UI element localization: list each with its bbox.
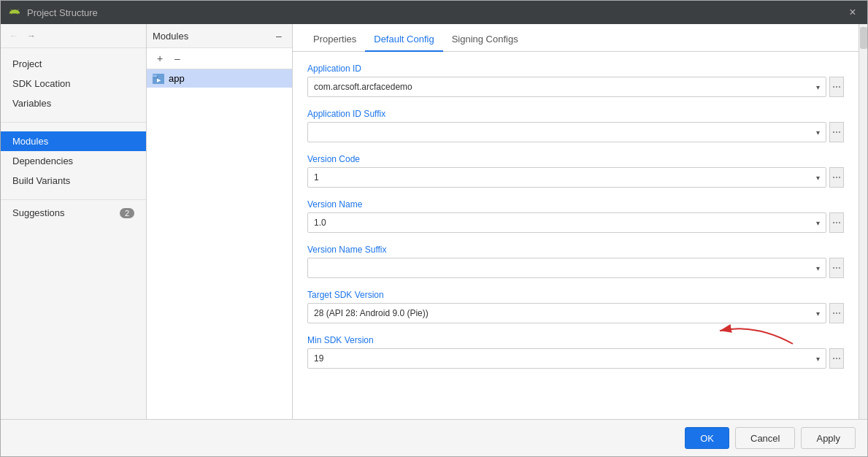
- sidebar-top-items: Project SDK Location Variables: [1, 48, 146, 119]
- project-structure-dialog: Project Structure × ← → Project SDK Loca…: [0, 0, 868, 457]
- sidebar-item-modules[interactable]: Modules: [1, 131, 146, 151]
- modules-toolbar: –: [272, 28, 286, 43]
- select-version-name-suffix[interactable]: ▾: [307, 258, 826, 278]
- select-min-sdk[interactable]: 19 ▾: [307, 348, 826, 369]
- modules-header: Modules –: [147, 24, 292, 48]
- apply-button[interactable]: Apply: [801, 427, 856, 449]
- form-group-version-name: Version Name 1.0 ▾ ⋯: [307, 199, 844, 233]
- dropdown-arrow-min-sdk: ▾: [816, 355, 820, 363]
- row-version-name: 1.0 ▾ ⋯: [307, 212, 844, 233]
- sidebar-item-suggestions[interactable]: Suggestions 2: [1, 203, 146, 223]
- module-list: ▶ app: [147, 69, 292, 419]
- sidebar-item-project[interactable]: Project: [1, 54, 146, 74]
- form-group-version-name-suffix: Version Name Suffix ▾ ⋯: [307, 245, 844, 278]
- label-application-id-suffix: Application ID Suffix: [307, 109, 844, 119]
- module-name: app: [169, 73, 185, 84]
- label-version-name-suffix: Version Name Suffix: [307, 245, 844, 255]
- tabs-bar: Properties Default Config Signing Config…: [293, 24, 859, 52]
- select-application-id-suffix[interactable]: ▾: [307, 122, 826, 142]
- side-btn-version-code[interactable]: ⋯: [829, 167, 844, 188]
- title-bar: Project Structure ×: [1, 1, 867, 24]
- red-arrow-annotation: [713, 316, 800, 345]
- dropdown-arrow-application-id: ▾: [816, 83, 820, 91]
- sidebar: ← → Project SDK Location Variables Modul…: [1, 24, 147, 419]
- cancel-button[interactable]: Cancel: [735, 427, 795, 449]
- label-version-name: Version Name: [307, 199, 844, 210]
- row-version-code: 1 ▾ ⋯: [307, 167, 844, 188]
- side-btn-version-name-suffix[interactable]: ⋯: [829, 258, 844, 278]
- forward-button[interactable]: →: [24, 28, 39, 43]
- android-icon: [8, 6, 21, 19]
- form-group-version-code: Version Code 1 ▾ ⋯: [307, 154, 844, 188]
- dialog-footer: OK Cancel Apply: [1, 419, 867, 456]
- dropdown-arrow-version-code: ▾: [816, 174, 820, 182]
- dropdown-arrow-app-id-suffix: ▾: [816, 128, 820, 137]
- tab-properties[interactable]: Properties: [304, 28, 365, 52]
- module-folder-icon: ▶: [153, 74, 164, 84]
- tab-signing-configs[interactable]: Signing Configs: [443, 28, 527, 52]
- dialog-title: Project Structure: [27, 7, 845, 18]
- row-application-id: com.arcsoft.arcfacedemo ▾ ⋯: [307, 77, 844, 97]
- form-area: Application ID com.arcsoft.arcfacedemo ▾…: [293, 52, 859, 419]
- select-version-name[interactable]: 1.0 ▾: [307, 212, 826, 233]
- module-item-app[interactable]: ▶ app: [147, 69, 292, 88]
- nav-arrows: ← →: [1, 24, 146, 48]
- dropdown-arrow-version-name-suffix: ▾: [816, 264, 820, 272]
- side-btn-target-sdk[interactable]: ⋯: [829, 303, 844, 323]
- suggestions-badge: 2: [120, 208, 134, 218]
- module-add-remove-bar: + –: [147, 48, 292, 69]
- tab-default-config[interactable]: Default Config: [365, 28, 442, 52]
- side-btn-app-id-suffix[interactable]: ⋯: [829, 122, 844, 142]
- form-group-application-id: Application ID com.arcsoft.arcfacedemo ▾…: [307, 64, 844, 97]
- row-version-name-suffix: ▾ ⋯: [307, 258, 844, 278]
- side-btn-application-id[interactable]: ⋯: [829, 77, 844, 97]
- sidebar-item-sdk-location[interactable]: SDK Location: [1, 74, 146, 93]
- sidebar-item-build-variants[interactable]: Build Variants: [1, 171, 146, 191]
- dropdown-arrow-target-sdk: ▾: [816, 310, 820, 318]
- row-min-sdk: 19 ▾ ⋯: [307, 348, 844, 369]
- form-group-target-sdk: Target SDK Version 28 (API 28: Android 9…: [307, 290, 844, 323]
- collapse-button[interactable]: –: [272, 28, 286, 43]
- label-target-sdk: Target SDK Version: [307, 290, 844, 300]
- remove-module-button[interactable]: –: [170, 51, 185, 66]
- label-version-code: Version Code: [307, 154, 844, 164]
- form-group-application-id-suffix: Application ID Suffix ▾ ⋯: [307, 109, 844, 142]
- label-application-id: Application ID: [307, 64, 844, 74]
- main-content: Properties Default Config Signing Config…: [293, 24, 859, 419]
- row-application-id-suffix: ▾ ⋯: [307, 122, 844, 142]
- add-module-button[interactable]: +: [153, 51, 167, 66]
- sidebar-item-variables[interactable]: Variables: [1, 93, 146, 113]
- back-button[interactable]: ←: [7, 28, 21, 43]
- dropdown-arrow-version-name: ▾: [816, 219, 820, 227]
- sidebar-middle-items: Modules Dependencies Build Variants: [1, 126, 146, 196]
- right-scrollbar[interactable]: [859, 24, 867, 419]
- modules-panel-title: Modules: [153, 31, 188, 42]
- close-button[interactable]: ×: [845, 5, 860, 20]
- select-application-id[interactable]: com.arcsoft.arcfacedemo ▾: [307, 77, 826, 97]
- sidebar-item-dependencies[interactable]: Dependencies: [1, 151, 146, 171]
- ok-button[interactable]: OK: [685, 427, 729, 449]
- modules-panel: Modules – + – ▶: [147, 24, 293, 419]
- side-btn-version-name[interactable]: ⋯: [829, 212, 844, 233]
- select-version-code[interactable]: 1 ▾: [307, 167, 826, 188]
- side-btn-min-sdk[interactable]: ⋯: [829, 348, 844, 369]
